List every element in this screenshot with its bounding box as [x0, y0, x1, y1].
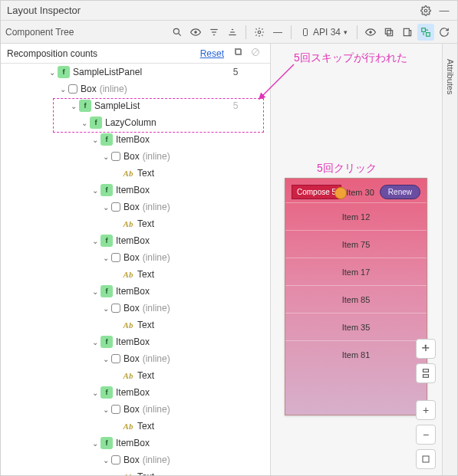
toolbar: Component Tree — API 34 ▾ — [1, 21, 457, 44]
chevron-down-icon[interactable]: ⌄ — [90, 389, 100, 397]
tree-row[interactable]: ⌄fItemBox — [1, 333, 270, 350]
tree-row[interactable]: AbText — [1, 367, 270, 384]
list-item[interactable]: Item 85 — [285, 285, 427, 313]
list-item[interactable]: Item 81 — [285, 340, 427, 368]
node-name: ItemBox — [116, 185, 150, 195]
gear-icon[interactable] — [251, 24, 268, 41]
filter2-icon[interactable] — [224, 24, 241, 41]
live-updates-icon[interactable] — [417, 24, 434, 41]
tree-row[interactable]: AbText — [1, 418, 270, 435]
tree-row[interactable]: ⌄fItemBox — [1, 384, 270, 401]
renew-button[interactable]: Renew — [380, 185, 420, 199]
tree-row[interactable]: AbText — [1, 215, 270, 232]
svg-rect-14 — [387, 30, 393, 35]
tree-row[interactable]: ⌄fItemBox — [1, 232, 270, 249]
search-icon[interactable] — [169, 24, 186, 41]
chevron-down-icon[interactable]: ⌄ — [90, 287, 100, 296]
chevron-down-icon[interactable]: ⌄ — [100, 254, 111, 262]
tree-row[interactable]: ⌄fLazyColumn — [1, 114, 270, 131]
minimize-icon[interactable]: — — [437, 4, 451, 18]
tree-row[interactable]: AbText — [1, 165, 270, 182]
layout-node-icon — [111, 354, 120, 363]
tree-row[interactable]: ⌄Box(inline) — [1, 249, 270, 266]
eye2-icon[interactable] — [362, 24, 379, 41]
titlebar: Layout Inspector — — [1, 1, 457, 21]
reset-link[interactable]: Reset — [200, 48, 224, 59]
chevron-down-icon[interactable]: ⌄ — [100, 355, 111, 363]
chevron-down-icon[interactable]: ⌄ — [100, 405, 111, 414]
tree-scroll[interactable]: ⌄fSampleListPanel5⌄Box(inline)⌄fSampleLi… — [1, 64, 270, 475]
list-item[interactable]: Item 35 — [285, 313, 427, 340]
preview-pane: 5回スキップが行われた 5回クリック Compose 5 Item 30 Ren… — [271, 44, 442, 475]
tree-row[interactable]: ⌄Box(inline) — [1, 80, 270, 97]
chevron-down-icon[interactable]: ⌄ — [47, 68, 58, 77]
chevron-down-icon[interactable]: ⌄ — [58, 85, 68, 94]
text-node-icon: Ab — [122, 369, 134, 382]
chevron-down-icon[interactable]: ⌄ — [90, 338, 100, 346]
refresh-icon[interactable] — [436, 24, 453, 41]
layout-node-icon — [111, 152, 120, 161]
tree-row[interactable]: ⌄fSampleList5 — [1, 97, 270, 114]
tree-row[interactable]: ⌄Box(inline) — [1, 350, 270, 367]
tree-row[interactable]: AbText — [1, 468, 270, 475]
export-icon[interactable] — [399, 24, 416, 41]
zoom-fit-button[interactable] — [416, 449, 436, 469]
chevron-down-icon[interactable]: ⌄ — [100, 304, 111, 313]
layers-icon[interactable] — [416, 363, 436, 383]
node-name: SampleList — [94, 100, 140, 111]
zoom-out-button[interactable]: − — [416, 425, 436, 445]
node-name: Text — [137, 320, 154, 330]
tree-row[interactable]: ⌄fItemBox — [1, 182, 270, 199]
tree-row[interactable]: ⌄fItemBox — [1, 131, 270, 148]
tree-row[interactable]: ⌄Box(inline) — [1, 401, 270, 418]
tree-row[interactable]: ⌄fSampleListPanel5 — [1, 64, 270, 80]
chevron-down-icon[interactable]: ⌄ — [100, 203, 111, 212]
tree-row[interactable]: AbText — [1, 317, 270, 333]
chevron-down-icon[interactable]: ⌄ — [79, 119, 90, 127]
tree-row[interactable]: ⌄fItemBox — [1, 435, 270, 451]
zoom-in-button[interactable]: + — [416, 400, 436, 420]
chevron-down-icon[interactable]: ⌄ — [90, 186, 100, 195]
node-name: Text — [137, 168, 154, 179]
text-node-icon: Ab — [122, 420, 134, 432]
eye-icon[interactable] — [187, 24, 204, 41]
layout-node-icon — [68, 84, 77, 94]
list-item[interactable]: Item 12 — [285, 202, 427, 230]
compose-button[interactable]: Compose 5 — [292, 185, 341, 199]
list-item[interactable]: Item 75 — [285, 230, 427, 258]
chevron-down-icon[interactable]: ⌄ — [68, 102, 79, 110]
tree-row[interactable]: ⌄Box(inline) — [1, 451, 270, 468]
tree-row[interactable]: ⌄Box(inline) — [1, 199, 270, 215]
tree-row[interactable]: ⌄Box(inline) — [1, 148, 270, 165]
chevron-down-icon[interactable]: ⌄ — [90, 439, 100, 448]
list-item[interactable]: Item 17 — [285, 258, 427, 285]
filter-icon[interactable] — [206, 24, 222, 41]
node-name: ItemBox — [116, 134, 150, 145]
node-name: Text — [137, 269, 154, 280]
svg-rect-16 — [422, 28, 426, 31]
chevron-down-icon[interactable]: ⌄ — [90, 237, 100, 245]
overlay-icon[interactable] — [381, 24, 397, 41]
annotation-skip: 5回スキップが行われた — [294, 51, 407, 65]
tree-row[interactable]: ⌄fItemBox — [1, 283, 270, 300]
settings-icon[interactable] — [419, 4, 433, 18]
attributes-tab[interactable]: Attributes — [442, 44, 457, 475]
chevron-down-icon[interactable]: ⌄ — [100, 153, 111, 161]
tree-row[interactable]: ⌄Box(inline) — [1, 300, 270, 317]
device-icon — [301, 28, 310, 37]
component-tree: ⌄fSampleListPanel5⌄Box(inline)⌄fSampleLi… — [1, 64, 270, 475]
text-node-icon: Ab — [122, 471, 134, 475]
device-preview: Compose 5 Item 30 Renew Item 12Item 75It… — [285, 178, 427, 415]
compose-node-icon: f — [58, 66, 70, 78]
chevron-down-icon[interactable]: ⌄ — [100, 456, 111, 465]
api-selector[interactable]: API 34 ▾ — [296, 24, 352, 41]
svg-line-21 — [253, 50, 258, 54]
node-name: ItemBox — [116, 387, 150, 398]
node-name: Box — [81, 84, 97, 94]
pan-icon[interactable] — [416, 339, 436, 359]
hide-icon[interactable]: — — [269, 24, 286, 41]
node-name: ItemBox — [116, 235, 150, 246]
chevron-down-icon[interactable]: ⌄ — [90, 136, 100, 144]
tree-row[interactable]: AbText — [1, 266, 270, 283]
svg-point-1 — [173, 28, 179, 34]
